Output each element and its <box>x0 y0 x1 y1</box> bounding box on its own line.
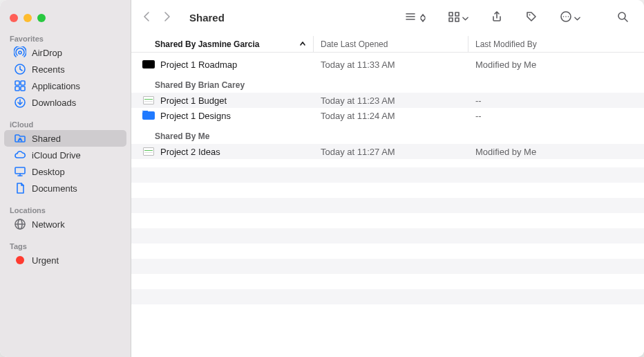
file-modified-by: Modified by Me <box>468 147 644 157</box>
svg-point-25 <box>568 16 569 17</box>
file-list: Project 1 RoadmapToday at 11:33 AMModifi… <box>131 53 644 357</box>
sidebar-item-documents[interactable]: Documents <box>4 180 126 196</box>
main-pane: Shared <box>131 0 644 357</box>
window-controls <box>0 6 131 30</box>
folder-shared-icon <box>14 132 26 145</box>
svg-rect-18 <box>455 12 459 16</box>
empty-row <box>131 183 644 198</box>
svg-rect-3 <box>21 81 25 85</box>
sidebar-item-shared[interactable]: Shared <box>4 130 126 147</box>
sheet-icon <box>142 147 155 156</box>
group-header: Shared By Brian Carey <box>131 72 644 93</box>
sidebar-item-applications[interactable]: Applications <box>4 77 126 94</box>
view-mode-control[interactable] <box>399 8 431 28</box>
sidebar-item-desktop[interactable]: Desktop <box>4 163 126 180</box>
tag-dot-icon <box>14 254 26 266</box>
file-date: Today at 11:23 AM <box>314 95 468 106</box>
column-date[interactable]: Date Last Opened <box>314 36 468 52</box>
tag-icon <box>525 10 538 26</box>
file-name: Project 1 Designs <box>160 111 231 121</box>
file-row[interactable]: Project 1 RoadmapToday at 11:33 AMModifi… <box>131 57 644 72</box>
empty-row <box>131 274 644 289</box>
sidebar-item-label: Applications <box>32 81 80 91</box>
empty-row <box>131 244 644 259</box>
file-modified-by: -- <box>468 95 644 106</box>
cloud-icon <box>14 149 26 161</box>
finder-window: FavoritesAirDropRecentsApplicationsDownl… <box>0 0 644 357</box>
more-button[interactable] <box>554 8 586 28</box>
sidebar-item-icloud-drive[interactable]: iCloud Drive <box>4 147 126 163</box>
share-icon <box>491 10 503 26</box>
desktop-icon <box>14 165 26 178</box>
download-icon <box>14 96 26 109</box>
sidebar-item-label: Shared <box>32 134 61 144</box>
sidebar-item-network[interactable]: Network <box>4 216 126 232</box>
terminal-icon <box>142 60 155 69</box>
forward-button[interactable] <box>162 10 173 26</box>
sidebar-item-airdrop[interactable]: AirDrop <box>4 44 126 61</box>
empty-row <box>131 198 644 213</box>
sidebar: FavoritesAirDropRecentsApplicationsDownl… <box>0 0 131 357</box>
column-name-label: Shared By Jasmine Garcia <box>155 39 259 49</box>
view-stepper-icon <box>420 14 426 22</box>
sidebar-item-urgent[interactable]: Urgent <box>4 252 126 268</box>
file-name: Project 1 Budget <box>160 95 227 106</box>
sidebar-item-label: iCloud Drive <box>32 150 81 161</box>
sidebar-item-label: Urgent <box>32 255 59 266</box>
svg-point-0 <box>19 51 21 54</box>
globe-icon <box>14 218 26 230</box>
list-view-icon <box>404 10 417 26</box>
sidebar-item-label: Desktop <box>32 167 65 177</box>
sidebar-item-label: Documents <box>32 183 77 194</box>
svg-rect-20 <box>455 18 459 21</box>
sidebar-item-label: Recents <box>32 64 65 75</box>
group-icon <box>448 10 460 26</box>
empty-row <box>131 289 644 304</box>
sidebar-item-downloads[interactable]: Downloads <box>4 94 126 111</box>
file-modified-by: -- <box>468 111 644 121</box>
sidebar-item-label: Network <box>32 219 65 230</box>
maximize-button[interactable] <box>37 14 46 22</box>
apps-icon <box>14 80 26 92</box>
more-icon <box>560 10 572 26</box>
empty-row <box>131 213 644 228</box>
file-date: Today at 11:27 AM <box>314 147 468 157</box>
search-icon <box>616 10 629 26</box>
svg-point-21 <box>529 14 531 15</box>
file-name: Project 1 Roadmap <box>160 60 237 70</box>
chevron-down-icon <box>574 12 580 24</box>
svg-line-27 <box>625 19 627 21</box>
search-button[interactable] <box>611 8 634 28</box>
column-modified-by[interactable]: Last Modified By <box>468 36 644 52</box>
empty-row <box>131 167 644 183</box>
svg-rect-4 <box>15 86 19 91</box>
svg-point-23 <box>563 16 565 17</box>
column-modby-label: Last Modified By <box>475 39 537 49</box>
airdrop-icon <box>14 46 26 59</box>
chevron-down-icon <box>462 12 468 24</box>
column-date-label: Date Last Opened <box>321 39 388 49</box>
svg-rect-2 <box>15 81 19 85</box>
svg-rect-19 <box>449 18 453 21</box>
folder-blue-icon <box>142 111 155 120</box>
file-date: Today at 11:33 AM <box>314 60 468 70</box>
clock-icon <box>14 63 26 75</box>
group-by-control[interactable] <box>442 8 474 28</box>
svg-point-24 <box>565 16 567 17</box>
file-row[interactable]: Project 1 BudgetToday at 11:23 AM-- <box>131 93 644 108</box>
column-headers: Shared By Jasmine Garcia Date Last Opene… <box>131 36 644 53</box>
sidebar-item-recents[interactable]: Recents <box>4 61 126 77</box>
minimize-button[interactable] <box>23 14 32 22</box>
file-row[interactable]: Project 2 IdeasToday at 11:27 AMModified… <box>131 144 644 159</box>
sidebar-section-header: iCloud <box>0 116 131 130</box>
column-name[interactable]: Shared By Jasmine Garcia <box>142 36 314 52</box>
svg-rect-8 <box>15 167 25 174</box>
sidebar-section-header: Tags <box>0 238 131 252</box>
sidebar-item-label: Downloads <box>32 98 76 108</box>
back-button[interactable] <box>141 10 152 26</box>
tags-button[interactable] <box>520 8 543 28</box>
share-button[interactable] <box>485 8 509 28</box>
file-row[interactable]: Project 1 DesignsToday at 11:24 AM-- <box>131 108 644 123</box>
close-button[interactable] <box>10 14 18 22</box>
group-header: Shared By Me <box>131 123 644 144</box>
